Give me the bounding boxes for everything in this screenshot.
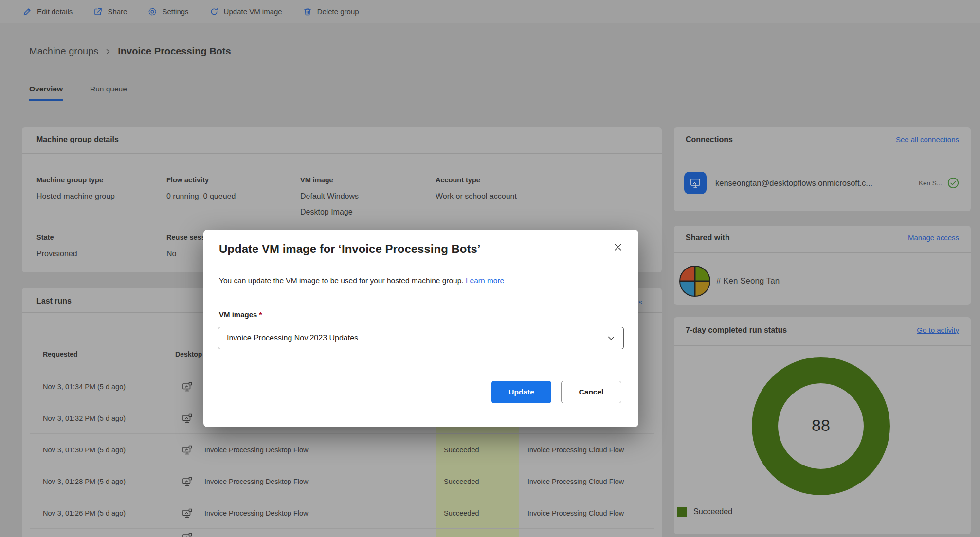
share-icon [93, 7, 103, 17]
desktop-flow-icon [181, 529, 193, 537]
tab-bar: Overview Run queue [29, 85, 127, 101]
dialog-title: Update VM image for ‘Invoice Processing … [219, 242, 480, 256]
desktop-flow-icon [181, 434, 193, 465]
pencil-icon [22, 7, 32, 17]
vm-images-label: VM images * [219, 310, 262, 319]
cloud-flow-name: Invoice Processing Cloud Flow [527, 498, 624, 529]
connection-account: kenseongtan@desktopflows.onmicrosoft.c..… [715, 179, 915, 188]
succeeded-legend-label: Succeeded [693, 507, 732, 516]
desktop-flow-name: Invoice Processing Desktop Flow [204, 498, 309, 529]
see-all-runs-link-fragment[interactable]: s [638, 298, 642, 306]
field-vm-image: VM image Default Windows Desktop Image [300, 176, 383, 220]
desktop-flow-name: Invoice Processing Desktop Flow [204, 434, 309, 465]
card-title: Connections [686, 135, 733, 144]
divider [674, 345, 971, 346]
field-label: VM image [300, 176, 383, 184]
run-status: Succeeded [444, 434, 479, 465]
field-state: State Provisioned [36, 233, 148, 262]
cloud-flow-name: Invoice Processing Cloud Flow [527, 466, 624, 497]
tab-overview[interactable]: Overview [29, 85, 63, 101]
run-status-card: 7-day completed run status Go to activit… [674, 317, 971, 534]
field-value: Provisioned [36, 246, 148, 262]
manage-access-link[interactable]: Manage access [908, 233, 959, 242]
field-flow-activity: Flow activity 0 running, 0 queued [166, 176, 278, 204]
edit-details-button[interactable]: Edit details [22, 7, 73, 17]
divider [22, 153, 662, 154]
field-value: Default Windows Desktop Image [300, 189, 383, 220]
field-value: 0 running, 0 queued [166, 189, 278, 204]
table-row[interactable] [22, 529, 662, 537]
field-label: Machine group type [36, 176, 148, 184]
table-row[interactable]: Nov 3, 01:30 PM (5 d ago) Invoice Proces… [22, 434, 662, 465]
chart-legend: Succeeded [677, 507, 732, 517]
card-title: Shared with [686, 233, 730, 242]
vm-images-dropdown[interactable]: Invoice Processing Nov.2023 Updates [218, 327, 624, 349]
toolbar-item-label: Delete group [317, 7, 359, 16]
table-row[interactable]: Nov 3, 01:26 PM (5 d ago) Invoice Proces… [22, 498, 662, 529]
succeeded-legend-swatch [677, 507, 687, 517]
update-vm-image-button[interactable]: Update VM image [209, 7, 282, 17]
desktop-flow-icon [181, 403, 193, 434]
desktop-flows-connection-icon [684, 172, 707, 194]
avatar [678, 265, 711, 298]
run-requested: Nov 3, 01:34 PM (5 d ago) [43, 371, 126, 402]
connection-owner: Ken S... [919, 179, 942, 187]
gear-icon [147, 7, 157, 17]
field-value: Hosted machine group [36, 189, 148, 204]
see-all-connections-link[interactable]: See all connections [896, 135, 959, 143]
card-title: Last runs [36, 297, 72, 305]
shared-member-name: # Ken Seong Tan [716, 276, 780, 286]
divider [30, 465, 654, 465]
card-title: Machine group details [36, 135, 119, 144]
divider [674, 157, 971, 157]
vm-images-dropdown-value: Invoice Processing Nov.2023 Updates [227, 334, 606, 342]
dialog-description-text: You can update the VM image to be used f… [219, 276, 466, 285]
desktop-flow-icon [181, 466, 193, 497]
field-value: Work or school account [436, 189, 547, 204]
breadcrumb: Machine groups Invoice Processing Bots [29, 46, 231, 57]
divider [30, 528, 654, 529]
run-requested: Nov 3, 01:32 PM (5 d ago) [43, 403, 126, 434]
cloud-flow-name: Invoice Processing Cloud Flow [527, 434, 624, 465]
divider [674, 252, 971, 253]
card-title: 7-day completed run status [686, 326, 787, 335]
field-label: Account type [436, 176, 547, 184]
field-account-type: Account type Work or school account [436, 176, 547, 204]
delete-group-button[interactable]: Delete group [303, 7, 359, 17]
command-bar: Edit details Share Settings Update VM im… [0, 0, 980, 23]
run-status: Succeeded [444, 466, 479, 497]
toolbar-item-label: Edit details [37, 7, 73, 16]
go-to-activity-link[interactable]: Go to activity [917, 326, 959, 334]
run-requested: Nov 3, 01:28 PM (5 d ago) [43, 466, 126, 497]
desktop-flow-icon [181, 498, 193, 529]
desktop-flow-name: Invoice Processing Desktop Flow [204, 466, 309, 497]
desktop-flow-icon [181, 371, 193, 402]
trash-icon [303, 7, 312, 17]
toolbar-item-label: Settings [162, 7, 188, 16]
run-requested: Nov 3, 01:30 PM (5 d ago) [43, 434, 126, 465]
run-status: Succeeded [444, 498, 479, 529]
run-requested: Nov 3, 01:26 PM (5 d ago) [43, 498, 126, 529]
check-circle-icon [947, 177, 960, 189]
close-icon[interactable] [610, 239, 626, 255]
shared-with-card: Shared with Manage access # Ken Seong Ta… [674, 226, 971, 305]
cancel-button[interactable]: Cancel [561, 381, 621, 403]
donut-center-value: 88 [797, 416, 845, 435]
learn-more-link[interactable]: Learn more [466, 276, 504, 285]
divider [30, 433, 654, 434]
breadcrumb-machine-groups[interactable]: Machine groups [29, 46, 98, 57]
toolbar-item-label: Update VM image [224, 7, 282, 16]
tab-run-queue[interactable]: Run queue [90, 85, 127, 101]
field-label: State [36, 233, 148, 241]
chevron-down-icon [606, 333, 617, 343]
toolbar-item-label: Share [108, 7, 127, 16]
page-title: Invoice Processing Bots [118, 46, 231, 57]
required-asterisk: * [259, 310, 262, 319]
connection-row[interactable]: kenseongtan@desktopflows.onmicrosoft.c..… [684, 167, 960, 198]
settings-button[interactable]: Settings [147, 7, 188, 17]
share-button[interactable]: Share [93, 7, 127, 17]
divider [30, 497, 654, 497]
column-header-requested[interactable]: Requested [43, 350, 78, 358]
update-button[interactable]: Update [491, 381, 551, 403]
table-row[interactable]: Nov 3, 01:28 PM (5 d ago) Invoice Proces… [22, 466, 662, 497]
